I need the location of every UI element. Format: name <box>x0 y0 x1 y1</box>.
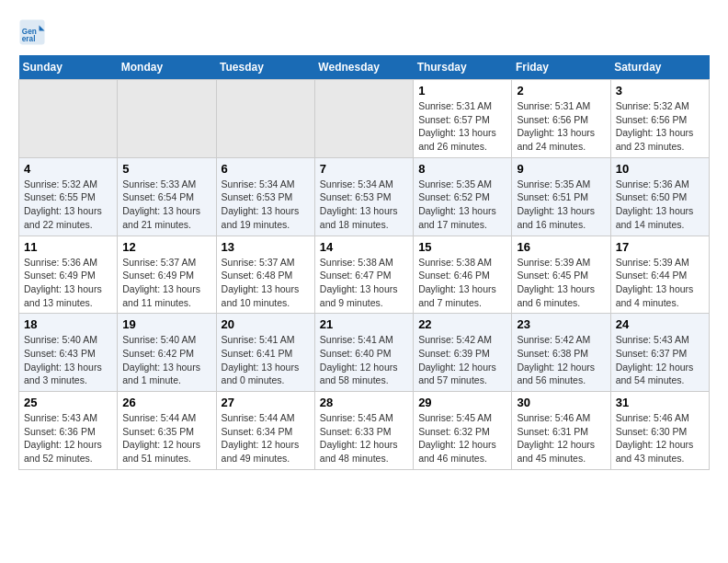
weekday-header: Wednesday <box>314 55 413 80</box>
day-number: 14 <box>320 240 408 254</box>
day-number: 7 <box>320 162 408 176</box>
calendar-cell: 19Sunrise: 5:40 AM Sunset: 6:42 PM Dayli… <box>118 314 216 392</box>
calendar-cell: 20Sunrise: 5:41 AM Sunset: 6:41 PM Dayli… <box>216 314 314 392</box>
calendar-cell: 28Sunrise: 5:45 AM Sunset: 6:33 PM Dayli… <box>314 392 413 470</box>
day-detail: Sunrise: 5:31 AM Sunset: 6:57 PM Dayligh… <box>418 99 506 154</box>
day-number: 17 <box>616 240 704 254</box>
day-number: 16 <box>517 240 605 254</box>
day-detail: Sunrise: 5:41 AM Sunset: 6:41 PM Dayligh… <box>222 333 310 387</box>
calendar-cell: 11Sunrise: 5:36 AM Sunset: 6:49 PM Dayli… <box>19 236 118 314</box>
page-header: Gen eral <box>18 18 710 46</box>
calendar-body: 1Sunrise: 5:31 AM Sunset: 6:57 PM Daylig… <box>19 80 710 470</box>
day-number: 5 <box>122 162 210 176</box>
day-number: 6 <box>222 162 310 176</box>
day-number: 9 <box>517 162 605 176</box>
weekday-header: Friday <box>512 55 610 80</box>
calendar-cell: 1Sunrise: 5:31 AM Sunset: 6:57 PM Daylig… <box>414 80 512 158</box>
calendar-cell: 31Sunrise: 5:46 AM Sunset: 6:30 PM Dayli… <box>610 392 709 470</box>
day-detail: Sunrise: 5:32 AM Sunset: 6:56 PM Dayligh… <box>616 99 704 154</box>
day-detail: Sunrise: 5:37 AM Sunset: 6:49 PM Dayligh… <box>122 256 210 310</box>
day-number: 15 <box>418 240 506 254</box>
day-number: 31 <box>616 396 704 409</box>
calendar-cell: 21Sunrise: 5:41 AM Sunset: 6:40 PM Dayli… <box>314 314 413 392</box>
day-detail: Sunrise: 5:46 AM Sunset: 6:30 PM Dayligh… <box>616 411 704 465</box>
day-detail: Sunrise: 5:32 AM Sunset: 6:55 PM Dayligh… <box>24 178 112 232</box>
calendar-cell: 7Sunrise: 5:34 AM Sunset: 6:53 PM Daylig… <box>314 157 413 236</box>
calendar-week-row: 1Sunrise: 5:31 AM Sunset: 6:57 PM Daylig… <box>19 80 710 158</box>
calendar-cell: 17Sunrise: 5:39 AM Sunset: 6:44 PM Dayli… <box>610 236 709 314</box>
day-number: 25 <box>24 396 112 409</box>
day-number: 23 <box>517 317 605 331</box>
day-number: 27 <box>222 396 310 409</box>
calendar-week-row: 25Sunrise: 5:43 AM Sunset: 6:36 PM Dayli… <box>19 392 710 470</box>
day-detail: Sunrise: 5:44 AM Sunset: 6:34 PM Dayligh… <box>222 411 310 465</box>
day-detail: Sunrise: 5:39 AM Sunset: 6:45 PM Dayligh… <box>517 256 605 310</box>
calendar-cell: 27Sunrise: 5:44 AM Sunset: 6:34 PM Dayli… <box>216 392 314 470</box>
calendar-cell: 9Sunrise: 5:35 AM Sunset: 6:51 PM Daylig… <box>512 157 610 236</box>
calendar-cell <box>216 80 314 158</box>
day-number: 13 <box>222 240 310 254</box>
calendar-cell: 3Sunrise: 5:32 AM Sunset: 6:56 PM Daylig… <box>610 80 709 158</box>
day-number: 11 <box>24 240 112 254</box>
day-number: 21 <box>320 317 408 331</box>
day-number: 8 <box>418 162 506 176</box>
day-number: 19 <box>122 317 210 331</box>
calendar-cell: 15Sunrise: 5:38 AM Sunset: 6:46 PM Dayli… <box>414 236 512 314</box>
calendar-cell: 18Sunrise: 5:40 AM Sunset: 6:43 PM Dayli… <box>19 314 118 392</box>
weekday-row: SundayMondayTuesdayWednesdayThursdayFrid… <box>19 55 710 80</box>
calendar-week-row: 11Sunrise: 5:36 AM Sunset: 6:49 PM Dayli… <box>19 236 710 314</box>
day-number: 1 <box>418 84 506 98</box>
calendar-cell: 29Sunrise: 5:45 AM Sunset: 6:32 PM Dayli… <box>414 392 512 470</box>
day-detail: Sunrise: 5:43 AM Sunset: 6:37 PM Dayligh… <box>616 333 704 387</box>
weekday-header: Monday <box>118 55 216 80</box>
calendar-week-row: 18Sunrise: 5:40 AM Sunset: 6:43 PM Dayli… <box>19 314 710 392</box>
calendar-table: SundayMondayTuesdayWednesdayThursdayFrid… <box>18 55 710 470</box>
weekday-header: Thursday <box>414 55 512 80</box>
day-detail: Sunrise: 5:42 AM Sunset: 6:39 PM Dayligh… <box>418 333 506 387</box>
day-number: 29 <box>418 396 506 409</box>
weekday-header: Sunday <box>19 55 118 80</box>
day-number: 2 <box>517 84 605 98</box>
day-detail: Sunrise: 5:44 AM Sunset: 6:35 PM Dayligh… <box>122 411 210 465</box>
day-detail: Sunrise: 5:37 AM Sunset: 6:48 PM Dayligh… <box>222 256 310 310</box>
calendar-cell: 8Sunrise: 5:35 AM Sunset: 6:52 PM Daylig… <box>414 157 512 236</box>
day-detail: Sunrise: 5:45 AM Sunset: 6:33 PM Dayligh… <box>320 411 408 465</box>
day-detail: Sunrise: 5:31 AM Sunset: 6:56 PM Dayligh… <box>517 99 605 154</box>
weekday-header: Saturday <box>610 55 709 80</box>
weekday-header: Tuesday <box>216 55 314 80</box>
day-detail: Sunrise: 5:46 AM Sunset: 6:31 PM Dayligh… <box>517 411 605 465</box>
calendar-cell: 22Sunrise: 5:42 AM Sunset: 6:39 PM Dayli… <box>414 314 512 392</box>
day-detail: Sunrise: 5:43 AM Sunset: 6:36 PM Dayligh… <box>24 411 112 465</box>
logo-icon: Gen eral <box>18 18 46 46</box>
calendar-header: SundayMondayTuesdayWednesdayThursdayFrid… <box>19 55 710 80</box>
day-detail: Sunrise: 5:45 AM Sunset: 6:32 PM Dayligh… <box>418 411 506 465</box>
day-number: 30 <box>517 396 605 409</box>
calendar-cell: 23Sunrise: 5:42 AM Sunset: 6:38 PM Dayli… <box>512 314 610 392</box>
day-detail: Sunrise: 5:40 AM Sunset: 6:42 PM Dayligh… <box>122 333 210 387</box>
day-detail: Sunrise: 5:38 AM Sunset: 6:46 PM Dayligh… <box>418 256 506 310</box>
logo: Gen eral <box>18 18 50 46</box>
day-detail: Sunrise: 5:36 AM Sunset: 6:50 PM Dayligh… <box>616 178 704 232</box>
day-detail: Sunrise: 5:39 AM Sunset: 6:44 PM Dayligh… <box>616 256 704 310</box>
day-detail: Sunrise: 5:38 AM Sunset: 6:47 PM Dayligh… <box>320 256 408 310</box>
day-number: 3 <box>616 84 704 98</box>
calendar-cell: 13Sunrise: 5:37 AM Sunset: 6:48 PM Dayli… <box>216 236 314 314</box>
day-detail: Sunrise: 5:40 AM Sunset: 6:43 PM Dayligh… <box>24 333 112 387</box>
calendar-cell: 2Sunrise: 5:31 AM Sunset: 6:56 PM Daylig… <box>512 80 610 158</box>
calendar-week-row: 4Sunrise: 5:32 AM Sunset: 6:55 PM Daylig… <box>19 157 710 236</box>
day-detail: Sunrise: 5:35 AM Sunset: 6:52 PM Dayligh… <box>418 178 506 232</box>
day-detail: Sunrise: 5:35 AM Sunset: 6:51 PM Dayligh… <box>517 178 605 232</box>
day-detail: Sunrise: 5:42 AM Sunset: 6:38 PM Dayligh… <box>517 333 605 387</box>
day-detail: Sunrise: 5:41 AM Sunset: 6:40 PM Dayligh… <box>320 333 408 387</box>
calendar-cell <box>19 80 118 158</box>
calendar-cell: 6Sunrise: 5:34 AM Sunset: 6:53 PM Daylig… <box>216 157 314 236</box>
calendar-cell: 10Sunrise: 5:36 AM Sunset: 6:50 PM Dayli… <box>610 157 709 236</box>
calendar-cell: 24Sunrise: 5:43 AM Sunset: 6:37 PM Dayli… <box>610 314 709 392</box>
calendar-cell: 25Sunrise: 5:43 AM Sunset: 6:36 PM Dayli… <box>19 392 118 470</box>
day-number: 18 <box>24 317 112 331</box>
day-number: 28 <box>320 396 408 409</box>
svg-text:eral: eral <box>22 35 36 43</box>
calendar-cell: 14Sunrise: 5:38 AM Sunset: 6:47 PM Dayli… <box>314 236 413 314</box>
day-number: 4 <box>24 162 112 176</box>
day-number: 26 <box>122 396 210 409</box>
